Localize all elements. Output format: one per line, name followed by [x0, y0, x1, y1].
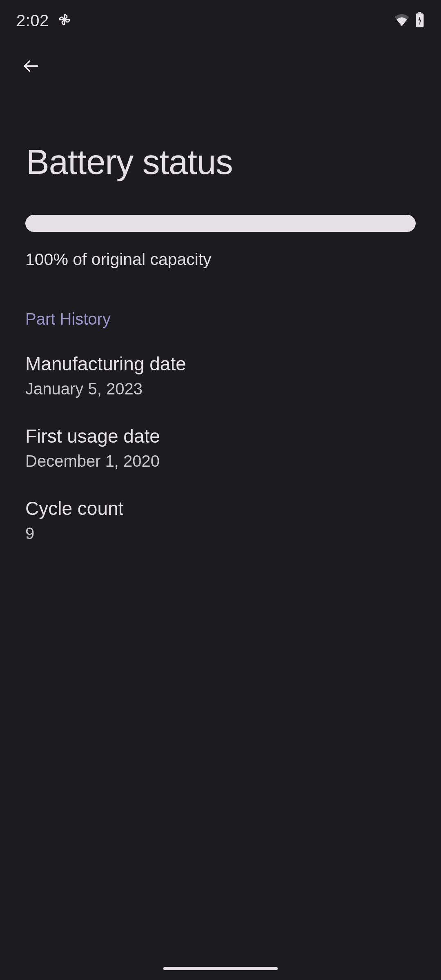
- battery-charging-icon: [415, 12, 425, 29]
- list-item-first-usage-date[interactable]: First usage date December 1, 2020: [25, 425, 416, 470]
- capacity-progress-bar: [25, 215, 416, 232]
- list-item-manufacturing-date[interactable]: Manufacturing date January 5, 2023: [25, 353, 416, 398]
- content: 100% of original capacity Part History M…: [0, 215, 441, 543]
- section-header-part-history: Part History: [25, 310, 416, 328]
- item-label: Cycle count: [25, 497, 416, 519]
- item-label: First usage date: [25, 425, 416, 447]
- list-item-cycle-count[interactable]: Cycle count 9: [25, 497, 416, 543]
- status-left: 2:02: [16, 11, 72, 30]
- header: Battery status: [0, 37, 441, 215]
- item-value: January 5, 2023: [25, 380, 416, 398]
- item-label: Manufacturing date: [25, 353, 416, 375]
- arrow-left-icon: [22, 58, 40, 76]
- status-bar: 2:02: [0, 0, 441, 37]
- svg-rect-0: [418, 12, 421, 13]
- item-value: 9: [25, 524, 416, 543]
- back-button[interactable]: [21, 57, 41, 77]
- status-right: [394, 12, 425, 29]
- navigation-handle[interactable]: [163, 967, 278, 970]
- pinwheel-icon: [57, 12, 72, 29]
- page-title: Battery status: [16, 77, 425, 215]
- capacity-text: 100% of original capacity: [25, 250, 416, 269]
- status-time: 2:02: [16, 11, 49, 30]
- item-value: December 1, 2020: [25, 452, 416, 470]
- wifi-icon: [394, 13, 410, 28]
